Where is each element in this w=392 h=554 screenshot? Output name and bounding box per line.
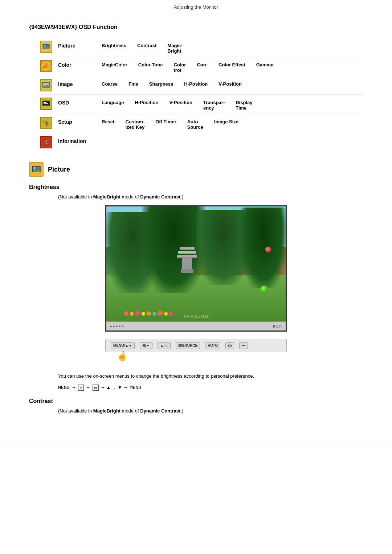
osd-item: Custom-ized Key — [125, 119, 144, 130]
svg-rect-22 — [47, 124, 48, 126]
svg-rect-21 — [43, 120, 44, 122]
svg-rect-12 — [43, 101, 49, 105]
brightness-description: You can use the on-screen menus to chang… — [58, 373, 334, 380]
ctrl-btn1[interactable]: ⊟/▼ — [140, 342, 152, 349]
contrast-magicbright: MagicBright — [93, 408, 121, 414]
brightness-note: (Not available in MagicBright mode of Dy… — [58, 194, 334, 200]
osd-item: Magic-Bright — [167, 43, 182, 54]
osd-row-osd: OSD Language H-Position V-Position Trans… — [40, 95, 363, 114]
osd-items-osd: Language H-Position V-Position Transpar-… — [102, 98, 363, 111]
finger-icon: ☝ — [115, 349, 129, 362]
osd-item: AutoSource — [187, 119, 203, 130]
osd-item: Color Tone — [138, 62, 163, 73]
osd-icon-picture — [40, 41, 58, 53]
osd-item: Transpar-ency — [203, 100, 225, 111]
osd-name-image: Image — [58, 79, 102, 87]
osd-name-color: Color — [58, 60, 102, 68]
page-header: Adjusting the Monitor — [0, 0, 392, 13]
ctrl-menu[interactable]: MENU/▲▼ — [111, 342, 135, 349]
note-dynamic-contrast: Dynamic Contrast — [140, 194, 180, 200]
box-arrow-2: ⊟ — [93, 385, 99, 391]
svg-rect-13 — [44, 102, 46, 103]
svg-point-16 — [45, 122, 47, 124]
osd-item: Language — [102, 100, 124, 111]
ball — [261, 286, 268, 293]
osd-item: Contrast — [137, 43, 156, 54]
osd-item: H-Position — [184, 81, 208, 87]
svg-rect-17 — [46, 119, 46, 121]
osd-name-information: Information — [58, 136, 102, 144]
osd-item: Brightness — [102, 43, 126, 54]
ctrl-minus[interactable]: — — [239, 342, 248, 349]
monitor-base-bar: ● ● ● ● ● ◼ ◻ ▷ — [105, 321, 287, 332]
svg-rect-19 — [42, 123, 44, 123]
ctrl-btn2[interactable]: ▲/☼ — [158, 342, 171, 349]
svg-rect-18 — [46, 125, 46, 127]
ctrl-btn3[interactable]: ⊟/SOURCE — [176, 342, 200, 349]
osd-item: Sharpness — [149, 81, 173, 87]
note-mid: mode of — [121, 194, 140, 200]
osd-item: V-Position — [219, 81, 242, 87]
osd-icon-image — [40, 79, 58, 91]
svg-point-1 — [44, 45, 45, 46]
osd-item: Fine — [128, 81, 138, 87]
osd-name-osd: OSD — [58, 98, 102, 106]
cursor-indicator: ☝ — [113, 350, 287, 362]
brightness-menu-path: MENU → ⊟ → ⊟ → ▲ , ▼ → MENU — [58, 385, 334, 391]
note-prefix: (Not available in — [58, 194, 93, 200]
osd-item: Image Size — [214, 119, 238, 130]
osd-items-color: MagicColor Color Tone Colortrol Con- Col… — [102, 60, 363, 73]
osd-item: DisplayTime — [236, 100, 252, 111]
svg-point-27 — [34, 167, 36, 169]
osd-item: Gamma — [256, 62, 274, 73]
osd-items-picture: Brightness Contrast Magic-Bright — [102, 41, 363, 54]
osd-icon-color — [40, 60, 58, 72]
monitor-controls-left: ● ● ● ● ● — [110, 324, 123, 328]
osd-item: Con- — [197, 62, 208, 73]
header-title: Adjusting the Monitor — [174, 4, 218, 10]
osd-row-information: Information — [40, 133, 363, 151]
osd-name-setup: Setup — [58, 117, 102, 125]
pagoda — [175, 247, 200, 287]
picture-section-icon — [29, 162, 44, 177]
osd-item: V-Position — [169, 100, 192, 111]
box-arrow-1: ⊟ — [78, 385, 84, 391]
svg-point-7 — [43, 67, 45, 68]
osd-item: Coarse — [102, 81, 118, 87]
page-content: {943EW/943EWX} OSD Function Picture Brig… — [0, 13, 392, 430]
osd-icon-setup — [40, 117, 58, 129]
flowers — [124, 293, 268, 316]
picture-title: Picture — [48, 166, 70, 173]
osd-row-picture: Picture Brightness Contrast Magic-Bright — [40, 38, 363, 57]
osd-icon-information — [40, 136, 58, 148]
osd-row-setup: Setup Reset Custom-ized Key Off Timer Au… — [40, 114, 363, 133]
osd-name-picture: Picture — [58, 41, 102, 49]
contrast-note-mid: mode of — [121, 408, 140, 414]
tree4 — [241, 208, 286, 288]
monitor-scene — [106, 206, 286, 321]
monitor-screen: SAMSUNG — [105, 205, 287, 321]
svg-rect-14 — [44, 103, 48, 104]
osd-icon-osd — [40, 98, 58, 110]
osd-item: Reset — [102, 119, 114, 130]
contrast-title: Contrast — [29, 398, 363, 405]
monitor-image-container: SAMSUNG ● ● ● ● ● ◼ ◻ ▷ — [105, 205, 287, 332]
contrast-note: (Not available in MagicBright mode of Dy… — [58, 408, 334, 414]
svg-rect-20 — [48, 123, 50, 123]
ctrl-auto[interactable]: AUTO — [205, 342, 220, 349]
contrast-note-prefix: (Not available in — [58, 408, 93, 414]
osd-item: Colortrol — [173, 62, 186, 73]
control-panel-container: MENU/▲▼ ⊟/▼ ▲/☼ ⊟/SOURCE AUTO ⏻ — ☝ — [105, 339, 287, 362]
ctrl-power[interactable]: ⏻ — [225, 342, 234, 349]
osd-item: Off Timer — [155, 119, 176, 130]
brightness-title: Brightness — [29, 184, 363, 190]
picture-section-header: Picture — [29, 162, 363, 177]
osd-items-information — [102, 136, 363, 138]
osd-items-setup: Reset Custom-ized Key Off Timer AutoSour… — [102, 117, 363, 130]
svg-point-24 — [46, 140, 47, 141]
monitor-controls-right: ◼ ◻ ▷ — [273, 324, 282, 328]
page-footer — [0, 445, 392, 449]
osd-table: Picture Brightness Contrast Magic-Bright — [40, 38, 363, 151]
svg-point-4 — [44, 64, 48, 68]
contrast-dynamic-contrast: Dynamic Contrast — [140, 408, 180, 414]
